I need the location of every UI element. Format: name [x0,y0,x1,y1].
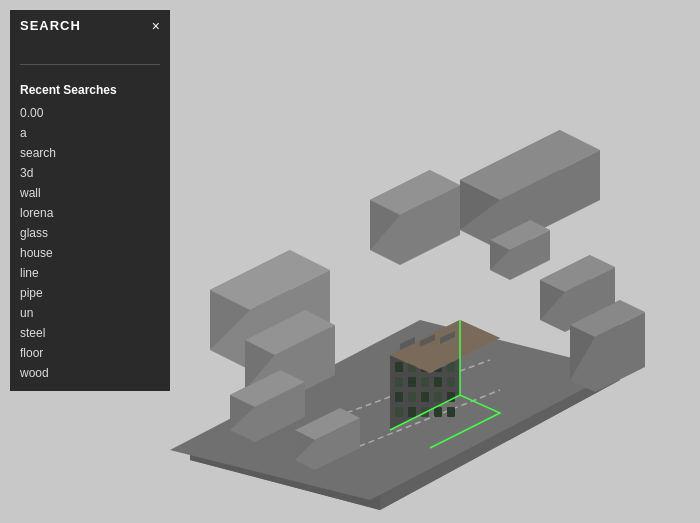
search-header: SEARCH × [10,10,170,41]
recent-search-item[interactable]: wall [10,183,170,203]
search-panel-title: SEARCH [20,18,81,33]
svg-rect-39 [447,377,455,387]
svg-rect-37 [421,377,429,387]
svg-rect-45 [395,407,403,417]
recent-search-item[interactable]: steel [10,323,170,343]
svg-rect-35 [395,377,403,387]
svg-rect-42 [421,392,429,402]
recent-search-item[interactable]: pipe [10,283,170,303]
close-button[interactable]: × [152,19,160,33]
svg-rect-36 [408,377,416,387]
recent-search-item[interactable]: search [10,143,170,163]
recent-searches-label: Recent Searches [10,73,170,103]
recent-searches-list: 0.00asearch3dwalllorenaglasshouselinepip… [10,103,170,391]
recent-search-item[interactable]: glass [10,223,170,243]
search-panel: SEARCH × Recent Searches 0.00asearch3dwa… [10,10,170,391]
recent-search-item[interactable]: un [10,303,170,323]
recent-search-item[interactable]: lorena [10,203,170,223]
recent-search-item[interactable]: floor [10,343,170,363]
recent-search-item[interactable]: 3d [10,163,170,183]
search-input[interactable] [20,46,160,65]
svg-rect-43 [434,392,442,402]
svg-rect-38 [434,377,442,387]
recent-search-item[interactable]: 0.00 [10,103,170,123]
svg-rect-40 [395,392,403,402]
recent-search-item[interactable]: a [10,123,170,143]
search-input-container [10,41,170,73]
svg-rect-46 [408,407,416,417]
recent-search-item[interactable]: wood [10,363,170,383]
svg-rect-48 [434,407,442,417]
svg-rect-41 [408,392,416,402]
svg-rect-30 [395,362,403,372]
svg-rect-49 [447,407,455,417]
recent-search-item[interactable]: line [10,263,170,283]
recent-search-item[interactable]: house [10,243,170,263]
